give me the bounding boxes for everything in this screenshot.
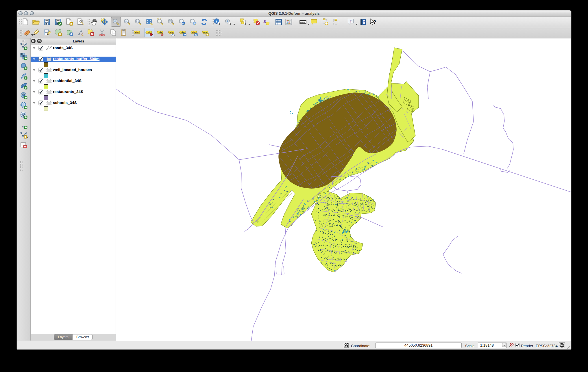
svg-text:1:1: 1:1 (136, 20, 139, 22)
svg-text:abc: abc (192, 31, 196, 34)
svg-text:ε: ε (263, 18, 266, 24)
svg-text:abc: abc (204, 31, 208, 34)
svg-text:abc: abc (181, 31, 185, 34)
svg-text:abc: abc (170, 31, 174, 34)
svg-text:abc: abc (135, 31, 139, 34)
svg-text:?: ? (373, 19, 376, 25)
svg-text:ab: ab (159, 31, 162, 34)
svg-text:?: ? (363, 20, 365, 24)
svg-text:i: i (216, 19, 217, 23)
svg-text:ab: ab (148, 31, 150, 34)
svg-text:T: T (350, 19, 352, 23)
svg-text:,: , (22, 121, 24, 129)
